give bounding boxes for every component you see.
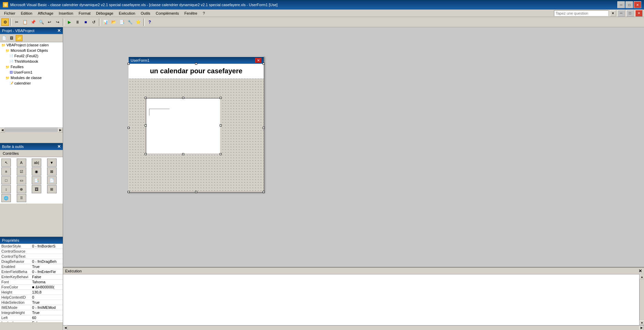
props-row[interactable]: ForeColor■ &H800000( — [0, 284, 63, 289]
props-row[interactable]: HelpContextID0 — [0, 295, 63, 300]
menu-execution[interactable]: Exécution — [116, 11, 138, 16]
project-panel-close[interactable]: ✕ — [57, 28, 61, 33]
tree-calendrier[interactable]: 📝 calendrier — [0, 80, 63, 86]
tb-paste[interactable]: 📌 — [29, 18, 37, 26]
tool-refeditor[interactable]: ⊞ — [47, 185, 57, 193]
props-row[interactable]: IMEMode0 - fmIMEMod — [0, 305, 63, 310]
menu-outils[interactable]: Outils — [138, 11, 153, 16]
tree-feuil2[interactable]: 📄 Feuil2 (Feuil2) — [0, 53, 63, 59]
tool-multipage[interactable]: 📄 — [47, 176, 57, 184]
tb-15[interactable]: 📑 — [118, 18, 126, 26]
props-row[interactable]: ControlTipText — [0, 254, 63, 259]
tool-misc[interactable]: ⠿ — [17, 194, 26, 202]
tb-reset[interactable]: ↺ — [90, 18, 98, 26]
exec-vscroll-up[interactable]: ▲ — [640, 274, 644, 279]
props-row[interactable]: Height130,8 — [0, 289, 63, 295]
toolbox-tab-controles[interactable]: Contrôles — [0, 150, 63, 157]
tb-help[interactable]: ? — [146, 18, 153, 26]
tool-image[interactable]: 🖼 — [32, 185, 41, 193]
frame-handle-bl[interactable] — [145, 153, 147, 155]
handle-ml[interactable] — [128, 127, 130, 129]
maximize-button[interactable]: □ — [626, 1, 633, 8]
project-view-object[interactable]: 🖼 — [8, 35, 15, 41]
frame-handle-tr[interactable] — [220, 97, 222, 99]
exec-hscroll-right[interactable]: ▶ — [639, 326, 644, 330]
search-minimize[interactable]: ─ — [617, 10, 625, 17]
tree-excel-objects[interactable]: 📁 Microsoft Excel Objets — [0, 48, 63, 53]
tool-togglebutton[interactable]: ⊠ — [47, 167, 57, 176]
minimize-button[interactable]: ─ — [617, 1, 625, 8]
search-dropdown-btn[interactable]: ▼ — [610, 10, 616, 16]
props-scrollable[interactable]: BorderStyle0 - fmBorderSControlSourceCon… — [0, 244, 63, 322]
props-row[interactable]: BorderStyle0 - fmBorderS — [0, 244, 63, 249]
userform-close-btn[interactable]: ✕ — [255, 58, 262, 63]
props-row[interactable]: LockedFalse — [0, 320, 63, 322]
search-close[interactable]: ✕ — [635, 10, 643, 17]
hscroll-right[interactable]: ▶ — [58, 128, 63, 133]
props-row[interactable]: EnabledTrue — [0, 264, 63, 269]
tool-listbox[interactable]: ≡ — [1, 167, 11, 176]
tb-pause[interactable]: ⏸ — [74, 18, 81, 26]
menu-affichage[interactable]: Affichage — [35, 11, 56, 16]
project-hscroll[interactable]: ◀ ▶ — [0, 127, 63, 132]
tb-cut[interactable]: ✂ — [13, 18, 20, 26]
project-view-code[interactable]: 📄 — [1, 35, 8, 41]
tool-spinbutton[interactable]: ⊕ — [17, 185, 26, 193]
tool-select[interactable]: ↖ — [1, 159, 11, 167]
menu-debogage[interactable]: Débogage — [93, 11, 116, 16]
handle-br[interactable] — [263, 191, 265, 193]
tb-16[interactable]: 🔧 — [126, 18, 134, 26]
tb-13[interactable]: 📊 — [102, 18, 109, 26]
tree-vbaproject[interactable]: 📁 VBAProject (classe calen — [0, 42, 63, 48]
tool-textbox[interactable]: ab| — [32, 159, 41, 167]
tool-combobox[interactable]: ▼ — [47, 159, 57, 167]
handle-tc[interactable] — [195, 63, 197, 65]
tb-find[interactable]: 🔍 — [38, 18, 45, 26]
handle-bc[interactable] — [195, 191, 197, 193]
tree-thisworkbook[interactable]: 📄 ThisWorkbook — [0, 59, 63, 64]
search-maximize[interactable]: □ — [626, 10, 634, 17]
tb-14[interactable]: 📂 — [110, 18, 117, 26]
menu-format[interactable]: Format — [76, 11, 93, 16]
props-row[interactable]: HideSelectionTrue — [0, 300, 63, 305]
exec-vscroll-down[interactable]: ▼ — [640, 320, 644, 325]
hscroll-left[interactable]: ◀ — [0, 128, 5, 133]
frame-handle-br[interactable] — [220, 153, 222, 155]
props-row[interactable]: IntegralHeightTrue — [0, 310, 63, 315]
tool-scrollbar[interactable]: ↕ — [1, 185, 11, 193]
close-button[interactable]: ✕ — [634, 1, 641, 8]
menu-edition[interactable]: Edition — [18, 11, 35, 16]
props-row[interactable]: ControlSource — [0, 249, 63, 254]
tree-feuilles[interactable]: 📁 Feuilles — [0, 64, 63, 70]
menu-fenetre[interactable]: Fenêtre — [181, 11, 200, 16]
tb-stop[interactable]: ■ — [82, 18, 89, 26]
props-row[interactable]: Left60 — [0, 315, 63, 320]
tree-userform1[interactable]: 🖼 UserForm1 — [0, 70, 63, 75]
handle-tl[interactable] — [128, 63, 130, 65]
menu-help[interactable]: ? — [200, 11, 207, 16]
tool-commandbutton[interactable]: ▭ — [17, 176, 26, 184]
tool-frame[interactable]: □ — [1, 176, 11, 184]
tool-web[interactable]: 🌐 — [1, 194, 11, 202]
toolbox-close[interactable]: ✕ — [57, 144, 61, 149]
search-input[interactable] — [554, 10, 609, 16]
tool-radiobutton[interactable]: ◉ — [32, 167, 41, 176]
exec-close-btn[interactable]: ✕ — [639, 269, 642, 273]
menu-insertion[interactable]: Insertion — [56, 11, 76, 16]
frame-handle-mr[interactable] — [220, 124, 222, 126]
props-row[interactable]: DragBehavior0 - fmDragBeh — [0, 259, 63, 264]
handle-bl[interactable] — [128, 191, 130, 193]
tree-modules-classe[interactable]: 📁 Modules de classe — [0, 75, 63, 80]
frame-handle-tl[interactable] — [145, 97, 147, 99]
exec-hscroll-left[interactable]: ◀ — [63, 326, 68, 330]
tb-5[interactable]: ↩ — [46, 18, 53, 26]
tb-17[interactable]: ⭐ — [134, 18, 142, 26]
handle-tr[interactable] — [263, 63, 265, 65]
frame-handle-bm[interactable] — [182, 153, 184, 155]
menu-fichier[interactable]: Fichier — [1, 11, 18, 16]
userform-body[interactable]: un calendar pour casefayere — [129, 64, 264, 192]
props-row[interactable]: FontTahoma — [0, 279, 63, 284]
props-row[interactable]: EnterKeyBehaviFalse — [0, 274, 63, 279]
frame-handle-ml[interactable] — [145, 124, 147, 126]
tool-checkbox[interactable]: ☑ — [17, 167, 26, 176]
